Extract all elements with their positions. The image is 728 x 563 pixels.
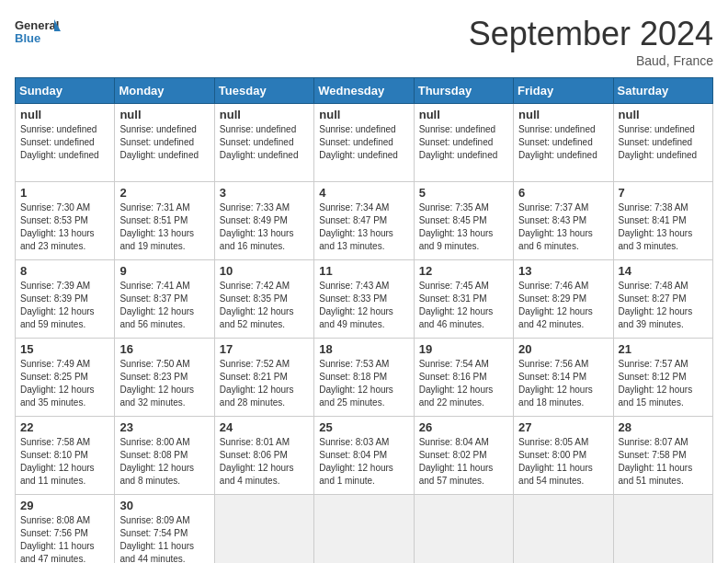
calendar-week-row: 8 Sunrise: 7:39 AM Sunset: 8:39 PM Dayli…: [16, 260, 713, 339]
day-number: null: [20, 108, 109, 121]
calendar-cell: [414, 495, 513, 564]
day-number: 28: [619, 420, 708, 434]
calendar-cell: 10 Sunrise: 7:42 AM Sunset: 8:35 PM Dayl…: [214, 260, 313, 339]
calendar-cell: 15 Sunrise: 7:49 AM Sunset: 8:25 PM Dayl…: [16, 339, 115, 417]
day-number: 15: [20, 342, 109, 356]
col-saturday: Saturday: [613, 78, 712, 104]
day-info: Sunrise: 7:38 AM Sunset: 8:41 PM Dayligh…: [619, 201, 708, 253]
col-wednesday: Wednesday: [314, 78, 414, 104]
calendar-cell: 16 Sunrise: 7:50 AM Sunset: 8:23 PM Dayl…: [115, 339, 214, 417]
calendar-cell: 27 Sunrise: 8:05 AM Sunset: 8:00 PM Dayl…: [514, 417, 613, 495]
day-info: Sunrise: 7:45 AM Sunset: 8:31 PM Dayligh…: [419, 280, 508, 331]
calendar-cell: 30 Sunrise: 8:09 AM Sunset: 7:54 PM Dayl…: [115, 495, 214, 564]
calendar-cell: null Sunrise: undefined Sunset: undefine…: [16, 104, 115, 182]
calendar-header-row: Sunday Monday Tuesday Wednesday Thursday…: [16, 78, 713, 104]
calendar-cell: null Sunrise: undefined Sunset: undefine…: [214, 104, 313, 182]
calendar-cell: 5 Sunrise: 7:35 AM Sunset: 8:45 PM Dayli…: [414, 182, 513, 260]
svg-text:Blue: Blue: [15, 31, 40, 45]
page-header: General Blue September 2024 Baud, France: [15, 15, 713, 68]
day-number: 3: [220, 186, 309, 200]
day-info: Sunrise: 7:46 AM Sunset: 8:29 PM Dayligh…: [518, 280, 608, 331]
day-number: 4: [319, 186, 408, 200]
calendar-week-row: null Sunrise: undefined Sunset: undefine…: [16, 104, 713, 182]
day-info: Sunrise: 7:30 AM Sunset: 8:53 PM Dayligh…: [20, 201, 109, 253]
day-number: 29: [20, 499, 109, 512]
calendar-cell: 4 Sunrise: 7:34 AM Sunset: 8:47 PM Dayli…: [314, 182, 414, 260]
col-thursday: Thursday: [414, 78, 513, 104]
calendar-cell: null Sunrise: undefined Sunset: undefine…: [314, 104, 414, 182]
calendar-cell: 8 Sunrise: 7:39 AM Sunset: 8:39 PM Dayli…: [16, 260, 115, 339]
day-info: Sunrise: 8:07 AM Sunset: 7:58 PM Dayligh…: [619, 436, 708, 488]
day-info: Sunrise: undefined Sunset: undefined Day…: [518, 123, 608, 162]
day-number: 16: [119, 342, 209, 356]
title-block: September 2024 Baud, France: [469, 15, 713, 68]
day-info: Sunrise: 7:50 AM Sunset: 8:23 PM Dayligh…: [119, 358, 209, 409]
calendar-cell: [214, 495, 313, 564]
calendar-cell: 26 Sunrise: 8:04 AM Sunset: 8:02 PM Dayl…: [414, 417, 513, 495]
day-number: 19: [419, 342, 508, 356]
day-info: Sunrise: 8:09 AM Sunset: 7:54 PM Dayligh…: [119, 514, 209, 563]
day-number: 14: [619, 264, 708, 278]
calendar-week-row: 1 Sunrise: 7:30 AM Sunset: 8:53 PM Dayli…: [16, 182, 713, 260]
day-number: null: [319, 108, 408, 121]
day-number: 27: [518, 420, 608, 434]
calendar-cell: 23 Sunrise: 8:00 AM Sunset: 8:08 PM Dayl…: [115, 417, 214, 495]
calendar-cell: [613, 495, 712, 564]
day-number: 5: [419, 186, 508, 200]
calendar-table: Sunday Monday Tuesday Wednesday Thursday…: [15, 77, 713, 563]
day-number: null: [119, 108, 209, 121]
logo-svg: General Blue: [15, 15, 61, 53]
calendar-cell: 7 Sunrise: 7:38 AM Sunset: 8:41 PM Dayli…: [613, 182, 712, 260]
day-number: 12: [419, 264, 508, 278]
day-number: 18: [319, 342, 408, 356]
day-info: Sunrise: 8:01 AM Sunset: 8:06 PM Dayligh…: [220, 436, 309, 488]
calendar-week-row: 22 Sunrise: 7:58 AM Sunset: 8:10 PM Dayl…: [16, 417, 713, 495]
day-info: Sunrise: undefined Sunset: undefined Day…: [220, 123, 309, 162]
day-info: Sunrise: 7:43 AM Sunset: 8:33 PM Dayligh…: [319, 280, 408, 331]
day-info: Sunrise: 7:34 AM Sunset: 8:47 PM Dayligh…: [319, 201, 408, 253]
day-info: Sunrise: 7:54 AM Sunset: 8:16 PM Dayligh…: [419, 358, 508, 409]
day-info: Sunrise: 7:57 AM Sunset: 8:12 PM Dayligh…: [619, 358, 708, 409]
day-number: 17: [220, 342, 309, 356]
day-info: Sunrise: 7:52 AM Sunset: 8:21 PM Dayligh…: [220, 358, 309, 409]
calendar-cell: 2 Sunrise: 7:31 AM Sunset: 8:51 PM Dayli…: [115, 182, 214, 260]
calendar-cell: 21 Sunrise: 7:57 AM Sunset: 8:12 PM Dayl…: [613, 339, 712, 417]
day-info: Sunrise: 7:48 AM Sunset: 8:27 PM Dayligh…: [619, 280, 708, 331]
day-number: 23: [119, 420, 209, 434]
day-info: Sunrise: 8:05 AM Sunset: 8:00 PM Dayligh…: [518, 436, 608, 488]
day-info: Sunrise: 7:33 AM Sunset: 8:49 PM Dayligh…: [220, 201, 309, 253]
day-info: Sunrise: 8:08 AM Sunset: 7:56 PM Dayligh…: [20, 514, 109, 563]
calendar-cell: 18 Sunrise: 7:53 AM Sunset: 8:18 PM Dayl…: [314, 339, 414, 417]
day-number: 1: [20, 186, 109, 200]
calendar-cell: 22 Sunrise: 7:58 AM Sunset: 8:10 PM Dayl…: [16, 417, 115, 495]
calendar-cell: null Sunrise: undefined Sunset: undefine…: [414, 104, 513, 182]
location: Baud, France: [469, 53, 713, 68]
day-info: Sunrise: 7:31 AM Sunset: 8:51 PM Dayligh…: [119, 201, 209, 253]
calendar-cell: 24 Sunrise: 8:01 AM Sunset: 8:06 PM Dayl…: [214, 417, 313, 495]
day-info: Sunrise: 8:04 AM Sunset: 8:02 PM Dayligh…: [419, 436, 508, 488]
calendar-cell: 1 Sunrise: 7:30 AM Sunset: 8:53 PM Dayli…: [16, 182, 115, 260]
day-info: Sunrise: 7:56 AM Sunset: 8:14 PM Dayligh…: [518, 358, 608, 409]
day-number: null: [220, 108, 309, 121]
calendar-cell: 11 Sunrise: 7:43 AM Sunset: 8:33 PM Dayl…: [314, 260, 414, 339]
col-tuesday: Tuesday: [214, 78, 313, 104]
day-info: Sunrise: undefined Sunset: undefined Day…: [20, 123, 109, 162]
calendar-cell: 19 Sunrise: 7:54 AM Sunset: 8:16 PM Dayl…: [414, 339, 513, 417]
calendar-week-row: 29 Sunrise: 8:08 AM Sunset: 7:56 PM Dayl…: [16, 495, 713, 564]
calendar-cell: null Sunrise: undefined Sunset: undefine…: [613, 104, 712, 182]
day-info: Sunrise: undefined Sunset: undefined Day…: [419, 123, 508, 162]
day-number: 7: [619, 186, 708, 200]
day-number: 24: [220, 420, 309, 434]
col-friday: Friday: [514, 78, 613, 104]
day-number: 25: [319, 420, 408, 434]
calendar-cell: 13 Sunrise: 7:46 AM Sunset: 8:29 PM Dayl…: [514, 260, 613, 339]
calendar-cell: 29 Sunrise: 8:08 AM Sunset: 7:56 PM Dayl…: [16, 495, 115, 564]
calendar-cell: null Sunrise: undefined Sunset: undefine…: [115, 104, 214, 182]
calendar-cell: 17 Sunrise: 7:52 AM Sunset: 8:21 PM Dayl…: [214, 339, 313, 417]
day-info: Sunrise: undefined Sunset: undefined Day…: [119, 123, 209, 162]
calendar-cell: [514, 495, 613, 564]
calendar-cell: null Sunrise: undefined Sunset: undefine…: [514, 104, 613, 182]
calendar-cell: 12 Sunrise: 7:45 AM Sunset: 8:31 PM Dayl…: [414, 260, 513, 339]
calendar-cell: 6 Sunrise: 7:37 AM Sunset: 8:43 PM Dayli…: [514, 182, 613, 260]
day-info: Sunrise: 7:53 AM Sunset: 8:18 PM Dayligh…: [319, 358, 408, 409]
